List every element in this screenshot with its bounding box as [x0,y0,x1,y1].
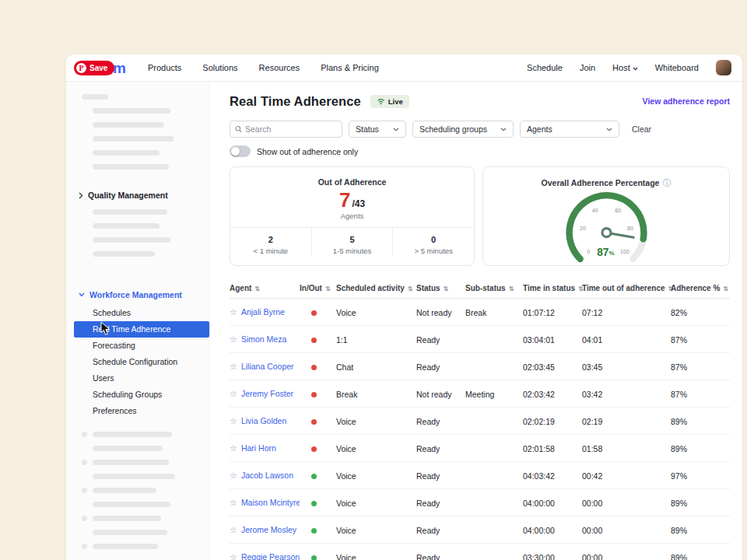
favorite-star-icon[interactable]: ☆ [230,334,237,344]
live-badge-label: Live [388,97,403,106]
favorite-star-icon[interactable]: ☆ [230,416,237,425]
table-row[interactable]: ☆Reggie Pearson Voice Ready 03:30:00 00:… [230,544,730,560]
scheduled-activity-cell: Voice [336,489,416,516]
pinterest-save-button[interactable]: P Save [74,61,114,75]
table-row[interactable]: ☆Liliana Cooper Chat Ready 02:03:45 03:4… [230,353,730,380]
agent-name-link[interactable]: Jeremy Foster [241,389,293,398]
skeleton-bar [93,251,155,257]
favorite-star-icon[interactable]: ☆ [230,552,237,560]
status-select[interactable]: Status [349,121,406,138]
table-row[interactable]: ☆Jacob Lawson Voice Ready 04:03:42 00:42… [230,462,730,489]
column-header-adherence[interactable]: Adherence %⇅ [671,278,730,299]
nav-item-products[interactable]: Products [148,63,181,72]
time-out-of-adherence-cell: 07:12 [582,299,671,326]
sidebar-item-real-time-adherence[interactable]: Real Time Adherence [74,321,209,338]
favorite-star-icon[interactable]: ☆ [230,362,237,371]
chevron-down-icon [606,128,612,131]
time-out-of-adherence-cell: 00:42 [582,462,671,489]
user-avatar[interactable] [716,60,731,75]
in-out-status-dot [311,501,317,506]
out-of-adherence-toggle[interactable] [230,145,251,157]
nav-item-host[interactable]: Host [612,63,638,72]
favorite-star-icon[interactable]: ☆ [230,498,237,507]
adherence-cell: 87% [671,326,730,353]
agent-name-link[interactable]: Hari Horn [241,443,276,453]
table-row[interactable]: ☆Simon Meza 1:1 Ready 03:04:01 04:01 87% [230,326,730,353]
column-header-in-out[interactable]: In/Out⇅ [300,278,336,299]
gauge-hub [601,229,610,237]
brand-logo[interactable]: m [113,61,126,75]
sub-status-cell [465,544,523,560]
view-adherence-report-link[interactable]: View adherence report [643,96,730,106]
agents-table: Agent⇅ In/Out⇅ Scheduled activity⇅ Statu… [230,278,730,560]
table-row[interactable]: ☆Maison Mcintyre Voice Ready 04:00:00 00… [230,489,730,516]
table-row[interactable]: ☆Hari Horn Voice Ready 02:01:58 01:58 89… [230,435,730,462]
time-out-of-adherence-cell: 03:42 [582,380,671,408]
column-header-time-in-status[interactable]: Time in status⇅ [523,278,582,299]
column-header-scheduled-activity[interactable]: Scheduled activity⇅ [336,278,416,299]
scheduling-groups-select[interactable]: Scheduling groups [412,121,514,138]
agent-name-link[interactable]: Simon Meza [241,334,286,344]
scheduled-activity-cell: Voice [336,544,416,560]
favorite-star-icon[interactable]: ☆ [230,389,237,398]
favorite-star-icon[interactable]: ☆ [230,307,237,317]
favorite-star-icon[interactable]: ☆ [230,525,237,534]
sidebar-item-forecasting[interactable]: Forecasting [66,338,209,354]
sort-icon: ⇅ [509,285,514,292]
skeleton-row [82,530,209,535]
nav-item-join[interactable]: Join [580,63,595,72]
sidebar-item-schedule-configuration[interactable]: Schedule Configuration [66,354,209,370]
column-header-sub-status[interactable]: Sub-status⇅ [465,278,523,299]
status-cell: Ready [416,408,465,435]
agent-name-link[interactable]: Anjali Byrne [241,307,285,317]
table-row[interactable]: ☆Jerome Mosley Voice Ready 04:00:00 00:0… [230,516,730,544]
agent-name-link[interactable]: Maison Mcintyre [241,498,300,507]
time-in-status-cell: 04:03:42 [523,462,582,489]
clear-filters-link[interactable]: Clear [632,124,651,134]
sidebar-item-users[interactable]: Users [66,370,209,387]
favorite-star-icon[interactable]: ☆ [230,443,237,453]
agent-name-link[interactable]: Reggie Pearson [241,552,300,560]
chevron-down-icon [79,292,85,297]
gauge-tick: 20 [579,226,585,232]
nav-item-whiteboard[interactable]: Whiteboard [655,63,699,72]
table-row[interactable]: ☆Anjali Byrne Voice Not ready Break 01:0… [230,299,730,326]
skeleton-bar [93,122,164,128]
breakdown-cell: 0 > 5 minutes [392,228,474,255]
search-box[interactable] [230,121,342,138]
nav-item-solutions[interactable]: Solutions [202,63,237,72]
sidebar-item-preferences[interactable]: Preferences [66,403,209,419]
time-in-status-cell: 02:01:58 [523,435,582,462]
column-header-time-out-of-adherence[interactable]: Time out of adherence⇅ [582,278,671,299]
info-icon[interactable]: ⓘ [662,178,671,187]
scheduled-activity-cell: Voice [336,435,416,462]
favorite-star-icon[interactable]: ☆ [230,471,237,480]
sidebar-section-workforce-management[interactable]: Workforce Management [66,289,209,300]
nav-item-resources[interactable]: Resources [259,63,300,72]
in-out-status-dot [311,392,317,397]
sub-status-cell [465,408,523,435]
sidebar-item-schedules[interactable]: Schedules [66,305,209,321]
agent-name-link[interactable]: Liliana Cooper [241,362,294,371]
column-header-agent[interactable]: Agent⇅ [230,278,300,299]
agent-name-link[interactable]: Livia Golden [241,416,286,425]
status-cell: Ready [416,353,465,380]
adherence-cell: 89% [671,435,730,462]
time-out-of-adherence-cell: 00:00 [582,489,671,516]
wifi-live-icon [377,98,385,105]
column-header-status[interactable]: Status⇅ [416,278,465,299]
agents-select[interactable]: Agents [520,121,619,138]
count-total: /43 [352,198,365,209]
chevron-right-icon [79,192,83,199]
sidebar-section-quality-management[interactable]: Quality Management [66,190,209,201]
nav-item-plans-pricing[interactable]: Plans & Pricing [321,63,379,72]
overall-adherence-card: Overall Adherence Percentageⓘ 0 20 40 60… [482,166,730,266]
search-input[interactable] [245,124,337,134]
nav-item-schedule[interactable]: Schedule [527,63,563,72]
agent-name-link[interactable]: Jacob Lawson [241,471,293,480]
sidebar-item-scheduling-groups[interactable]: Scheduling Groups [66,387,209,403]
table-row[interactable]: ☆Livia Golden Voice Ready 02:02:19 02:19… [230,408,730,435]
table-row[interactable]: ☆Jeremy Foster Break Not ready Meeting 0… [230,380,730,408]
agent-name-link[interactable]: Jerome Mosley [241,525,296,534]
time-out-of-adherence-cell: 02:19 [582,408,671,435]
